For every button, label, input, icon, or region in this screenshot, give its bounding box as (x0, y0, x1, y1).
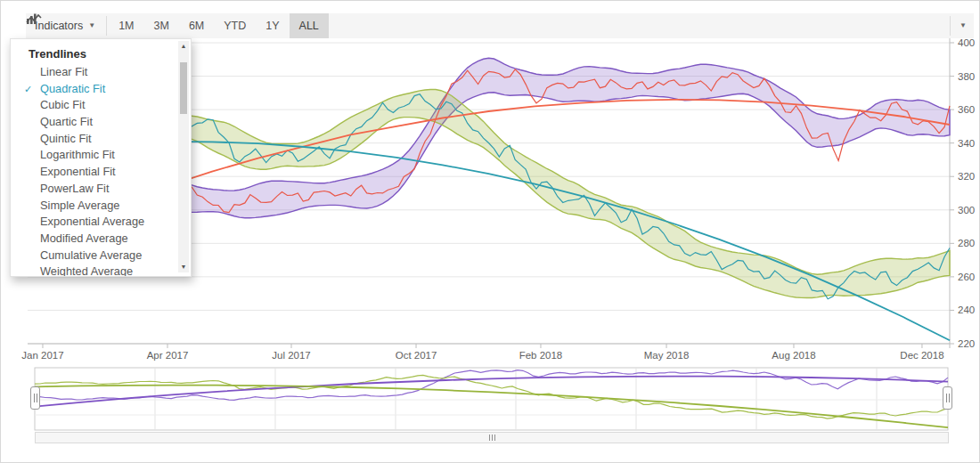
menu-item-label: Cubic Fit (40, 98, 86, 111)
y-axis-label: 400 (958, 37, 975, 48)
scroll-down-icon[interactable]: ▼ (178, 262, 189, 272)
toolbar-spacer (329, 13, 948, 38)
chevron-down-icon: ▼ (960, 22, 967, 29)
menu-item-label: Cumulative Average (40, 248, 142, 262)
stock-chart-widget: 400380360340320300280260240220Jan 2017Ap… (0, 0, 980, 463)
menu-item-cumulative-average[interactable]: Cumulative Average (11, 248, 191, 264)
range-selector: 1M3M6MYTD1YALL (109, 13, 329, 38)
navigator-price-series-2 (35, 375, 948, 418)
range-button-ytd[interactable]: YTD (214, 13, 256, 38)
menu-item-label: Simple Average (40, 199, 119, 212)
check-icon: ✓ (24, 81, 32, 98)
dropdown-list: Linear Fit✓Quadratic FitCubic FitQuartic… (11, 64, 191, 277)
navigator-right-handle[interactable] (943, 386, 952, 410)
menu-item-label: Modified Average (40, 232, 128, 245)
menu-item-powerlaw-fit[interactable]: PowerLaw Fit (11, 181, 191, 198)
menu-item-label: Quartic Fit (40, 115, 93, 128)
y-axis-label: 340 (958, 138, 975, 149)
range-button-1y[interactable]: 1Y (256, 13, 289, 38)
menu-item-label: Quadratic Fit (40, 82, 105, 95)
menu-item-label: Exponential Fit (40, 165, 116, 178)
menu-item-label: Exponential Average (40, 215, 144, 228)
menu-item-label: Linear Fit (40, 65, 87, 78)
range-button-6m[interactable]: 6M (179, 13, 214, 38)
toolbar-divider (106, 16, 107, 36)
menu-item-label: Quintic Fit (40, 132, 92, 145)
y-axis-label: 280 (958, 238, 975, 248)
y-axis-label: 320 (958, 171, 975, 182)
range-button-all[interactable]: ALL (290, 13, 329, 38)
navigator-left-handle[interactable] (30, 386, 40, 410)
navigator-scrollbar[interactable] (35, 432, 949, 443)
menu-item-simple-average[interactable]: Simple Average (11, 198, 191, 215)
menu-item-modified-average[interactable]: Modified Average (11, 231, 191, 248)
y-axis-label: 240 (958, 305, 975, 315)
menu-item-linear-fit[interactable]: Linear Fit (11, 64, 191, 81)
range-button-1m[interactable]: 1M (109, 13, 143, 38)
menu-item-label: Weighted Average (40, 264, 133, 277)
dropdown-scrollbar[interactable]: ▲ ▼ (178, 41, 189, 272)
range-button-3m[interactable]: 3M (144, 13, 179, 38)
menu-item-cubic-fit[interactable]: Cubic Fit (11, 97, 191, 114)
line-series-icon (26, 13, 43, 25)
navigator-quadratic-fit-series-2 (35, 386, 948, 428)
scrollbar-thumb[interactable] (180, 62, 187, 114)
y-axis-label: 380 (958, 71, 975, 82)
menu-item-exponential-fit[interactable]: Exponential Fit (11, 164, 191, 181)
menu-item-weighted-average[interactable]: Weighted Average (11, 264, 191, 277)
series-type-button[interactable]: ▼ (952, 13, 974, 38)
scroll-up-icon[interactable]: ▲ (178, 41, 189, 52)
menu-item-quartic-fit[interactable]: Quartic Fit (11, 114, 191, 131)
menu-item-quintic-fit[interactable]: Quintic Fit (11, 131, 191, 148)
y-axis-label: 220 (958, 338, 975, 349)
dropdown-header: Trendlines (11, 39, 191, 64)
y-axis-label: 260 (958, 272, 975, 282)
menu-item-label: PowerLaw Fit (40, 182, 110, 195)
menu-item-quadratic-fit[interactable]: ✓Quadratic Fit (11, 81, 191, 98)
y-axis-label: 360 (958, 104, 975, 115)
toolbar: Indicators ▼ 1M3M6MYTD1YALL ▼ (26, 13, 974, 38)
menu-item-exponential-average[interactable]: Exponential Average (11, 214, 191, 231)
toolbar-divider-right (950, 16, 951, 36)
chevron-down-icon: ▼ (88, 22, 95, 29)
menu-item-logarithmic-fit[interactable]: Logarithmic Fit (11, 147, 191, 164)
menu-item-label: Logarithmic Fit (40, 148, 115, 161)
indicators-dropdown: Trendlines Linear Fit✓Quadratic FitCubic… (10, 38, 192, 277)
y-axis-label: 300 (958, 205, 975, 215)
